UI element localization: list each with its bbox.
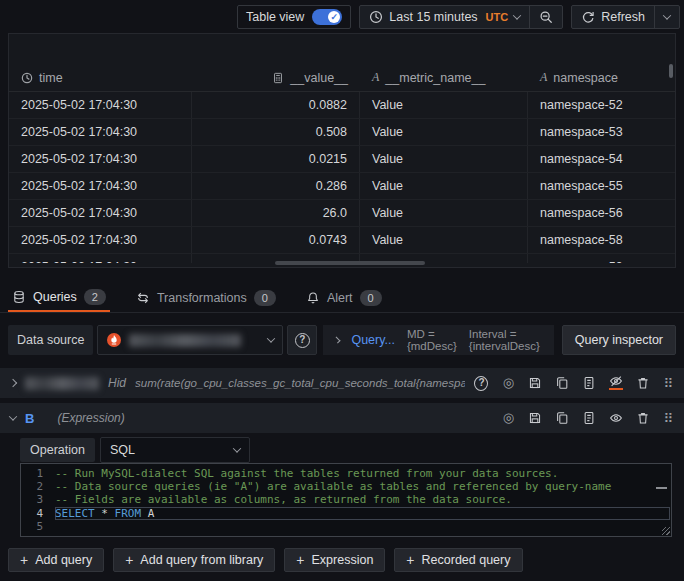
chevron-down-icon <box>267 334 275 342</box>
help-icon[interactable]: ? <box>474 376 488 390</box>
cell-namespace: namespace-58 <box>528 227 675 253</box>
hide-query-icon[interactable] <box>609 376 623 390</box>
cell-namespace: namespace-56 <box>528 200 675 226</box>
line-number: 4 <box>21 507 55 520</box>
cell-value: 0.286 <box>192 173 360 199</box>
cell-metric-name: Value <box>360 200 528 226</box>
column-header-time[interactable]: time <box>9 64 192 91</box>
string-field-icon: A <box>540 70 547 85</box>
topbar: Table view ✓ Last 15 minutes UTC Refresh <box>0 5 680 29</box>
cell-value: 0.508 <box>192 119 360 145</box>
sql-comment: -- Data source queries (ie "A") are avai… <box>55 480 670 493</box>
refresh-interval-dropdown[interactable] <box>655 6 679 28</box>
string-field-icon: A <box>372 70 379 85</box>
sql-code-editor[interactable]: 1 -- Run MySQL-dialect SQL against the t… <box>20 463 672 537</box>
drag-handle-icon[interactable]: ⠿ <box>663 411 674 426</box>
record-query-icon[interactable]: ◎ <box>501 376 515 390</box>
cell-metric-name: Value <box>360 146 528 172</box>
vertical-scrollbar-thumb[interactable] <box>669 64 673 78</box>
duplicate-query-icon[interactable] <box>555 376 569 390</box>
horizontal-scrollbar-thumb[interactable] <box>275 261 425 265</box>
table-row: 2025-05-02 17:04:30 0.286 Value namespac… <box>9 173 675 200</box>
code-line: 5 <box>21 520 671 533</box>
refresh-icon <box>581 10 595 24</box>
max-data-points-summary: MD = {mdDesc} <box>407 328 457 352</box>
cell-time: 2025-05-02 17:04:30 <box>9 200 192 226</box>
delete-query-icon[interactable] <box>636 376 650 390</box>
show-query-icon[interactable] <box>609 411 623 425</box>
add-query-from-library-button[interactable]: + Add query from library <box>113 548 275 572</box>
hidden-query-label: Hid <box>108 376 126 390</box>
table-row: 2025-05-02 17:04:30 0.0743 Value namespa… <box>9 227 675 254</box>
query-row-b: B (Expression) ◎ ⠿ <box>0 403 684 433</box>
query-options-toggle[interactable]: Query... MD = {mdDesc} Interval = {inter… <box>323 325 553 355</box>
duplicate-query-icon[interactable] <box>555 411 569 425</box>
table-row: 2025-05-02 17:04:30 0.0215 Value namespa… <box>9 146 675 173</box>
button-label: Add query <box>35 553 92 567</box>
refresh-button[interactable]: Refresh <box>572 6 654 28</box>
results-table: time __value__ A __metric_name__ A names… <box>9 64 675 263</box>
sql-empty-line <box>55 520 670 533</box>
toggle-check-icon: ✓ <box>328 11 340 23</box>
record-query-icon[interactable]: ◎ <box>501 411 515 425</box>
datasource-help-button[interactable]: ? <box>287 325 317 355</box>
tab-queries[interactable]: Queries 2 <box>8 283 110 312</box>
table-panel: time __value__ A __metric_name__ A names… <box>8 33 676 268</box>
copy-query-icon[interactable] <box>582 376 596 390</box>
tab-label: Alert <box>327 291 353 305</box>
add-expression-button[interactable]: + Expression <box>284 548 385 572</box>
expand-row-icon[interactable] <box>9 379 17 387</box>
editor-resize-handle[interactable] <box>662 527 670 535</box>
plus-icon: + <box>125 552 133 568</box>
cell-metric-name: Value <box>360 119 528 145</box>
save-to-library-icon[interactable] <box>528 376 542 390</box>
database-icon <box>12 290 26 304</box>
table-view-label: Table view <box>246 10 304 24</box>
calculator-icon <box>272 72 284 84</box>
add-query-button[interactable]: + Add query <box>8 548 104 572</box>
cell-metric-name: Value <box>360 173 528 199</box>
button-label: Expression <box>312 553 374 567</box>
datasource-picker[interactable] <box>97 325 283 355</box>
column-header-label: namespace <box>553 71 618 85</box>
prometheus-icon <box>106 332 122 348</box>
time-range-picker[interactable]: Last 15 minutes UTC <box>360 6 529 28</box>
table-view-toggle[interactable]: ✓ <box>312 9 342 25</box>
delete-query-icon[interactable] <box>636 411 650 425</box>
refresh-label: Refresh <box>601 10 645 24</box>
query-type-label: (Expression) <box>57 411 124 425</box>
overview-ruler-mark <box>656 487 667 489</box>
column-header-metric-name[interactable]: A __metric_name__ <box>360 64 528 91</box>
operation-select[interactable]: SQL <box>100 437 250 463</box>
button-label: Recorded query <box>422 553 511 567</box>
operation-value: SQL <box>110 443 135 457</box>
column-header-label: time <box>39 71 63 85</box>
column-header-value[interactable]: __value__ <box>192 64 360 91</box>
editor-tabbar: Queries 2 Transformations 0 Alert 0 <box>0 283 684 313</box>
collapse-row-icon[interactable] <box>9 412 17 420</box>
clock-icon <box>369 10 383 24</box>
chevron-down-icon <box>663 11 671 19</box>
line-number: 1 <box>21 467 55 480</box>
copy-query-icon[interactable] <box>582 411 596 425</box>
datasource-label: Data source <box>8 325 93 355</box>
save-to-library-icon[interactable] <box>528 411 542 425</box>
tab-transformations[interactable]: Transformations 0 <box>132 283 280 312</box>
tab-alert[interactable]: Alert 0 <box>302 283 386 312</box>
query-a-name-redacted <box>25 377 99 390</box>
query-inspector-label: Query inspector <box>575 333 663 347</box>
sql-statement: SELECT * FROM A <box>55 507 670 520</box>
line-number: 3 <box>21 493 55 506</box>
add-recorded-query-button[interactable]: + Recorded query <box>394 548 522 572</box>
drag-handle-icon[interactable]: ⠿ <box>663 376 674 391</box>
table-view-group: Table view ✓ <box>237 5 351 29</box>
button-label: Add query from library <box>140 553 263 567</box>
column-header-namespace[interactable]: A namespace <box>528 64 675 91</box>
query-inspector-button[interactable]: Query inspector <box>562 325 676 355</box>
sql-keyword: FROM <box>115 507 148 520</box>
code-line: 2 -- Data source queries (ie "A") are av… <box>21 480 671 493</box>
line-number: 5 <box>21 520 55 533</box>
cell-time: 2025-05-02 17:04:30 <box>9 173 192 199</box>
zoom-out-time-button[interactable] <box>530 6 562 28</box>
operation-row: Operation SQL <box>20 437 250 463</box>
